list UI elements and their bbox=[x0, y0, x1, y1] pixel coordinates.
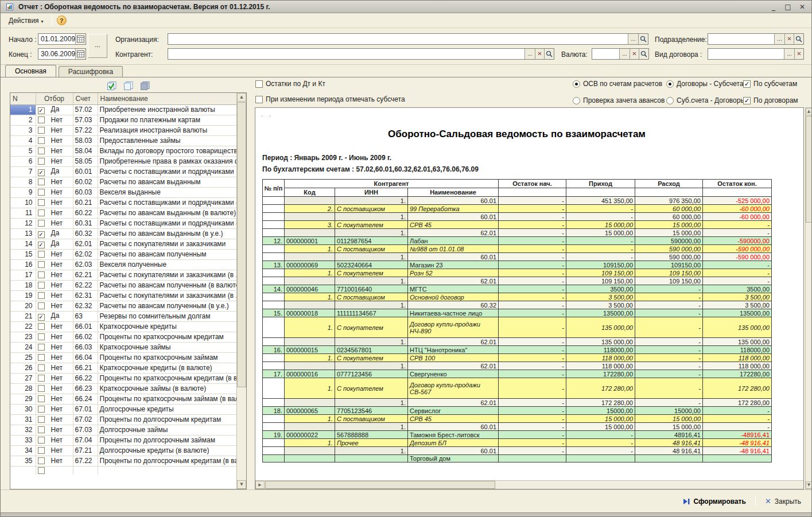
account-row-number[interactable]: 25 bbox=[10, 352, 36, 363]
report-value-cell[interactable]: 3 500,00 bbox=[566, 301, 635, 309]
account-row[interactable] bbox=[10, 466, 236, 475]
account-otbor-cell[interactable]: Нет bbox=[36, 404, 73, 414]
account-row[interactable]: 5Нет58.04Вклады по договору простого тов… bbox=[10, 146, 236, 156]
contract-type-clear-icon[interactable]: ✕ bbox=[794, 49, 803, 59]
report-name-cell[interactable]: Розн 52 bbox=[408, 269, 499, 277]
report-inn-cell[interactable]: 1. bbox=[335, 197, 408, 205]
account-row-checkbox[interactable]: ✓ bbox=[38, 314, 45, 321]
report-value-cell[interactable]: - bbox=[499, 378, 566, 399]
account-otbor-cell[interactable]: Нет bbox=[36, 135, 73, 146]
report-value-cell[interactable]: 172 280,00 bbox=[566, 399, 635, 407]
report-value-cell[interactable]: - bbox=[566, 213, 635, 221]
report-npp-cell[interactable] bbox=[263, 253, 285, 261]
report-kod-cell[interactable]: 2. bbox=[285, 205, 335, 213]
v-scrollbar-thumb[interactable] bbox=[806, 116, 812, 223]
report-value-cell[interactable]: -525 000,00 bbox=[703, 197, 772, 205]
report-inn-cell[interactable]: 1. bbox=[335, 213, 408, 221]
report-kod-cell[interactable]: 1. bbox=[285, 293, 335, 301]
account-row-number[interactable]: 28 bbox=[10, 383, 36, 394]
account-row-number[interactable]: 19 bbox=[10, 290, 36, 301]
account-row-number[interactable]: 34 bbox=[10, 445, 36, 456]
account-row-checkbox[interactable] bbox=[38, 302, 45, 309]
account-row[interactable]: 3Нет57.22Реализация иностранной валюты bbox=[10, 125, 236, 135]
col-naimenovanie[interactable]: Наименование bbox=[98, 93, 236, 104]
contractor-select-button[interactable]: ... bbox=[525, 49, 535, 59]
report-value-cell[interactable]: - bbox=[703, 415, 772, 423]
account-row-checkbox[interactable] bbox=[38, 467, 45, 474]
report-inn-cell[interactable]: 1. bbox=[335, 399, 408, 407]
account-row-number[interactable]: 3 bbox=[10, 125, 36, 135]
scroll-right-icon[interactable]: ▶ bbox=[255, 481, 265, 489]
report-value-cell[interactable]: - bbox=[499, 338, 566, 346]
report-kod-cell[interactable]: 000000046 bbox=[285, 285, 335, 293]
report-value-cell[interactable]: 172 280,00 bbox=[703, 378, 772, 399]
report-value-cell[interactable]: - bbox=[635, 338, 703, 346]
account-otbor-cell[interactable]: Нет bbox=[36, 259, 73, 270]
report-value-cell[interactable]: - bbox=[499, 197, 566, 205]
report-name-cell[interactable]: СРВ 100 bbox=[408, 354, 499, 362]
account-row-number[interactable]: 22 bbox=[10, 321, 36, 332]
report-value-cell[interactable]: - bbox=[635, 301, 703, 309]
report-value-cell[interactable]: - bbox=[499, 415, 566, 423]
report-npp-cell[interactable] bbox=[263, 301, 285, 309]
account-row-number[interactable]: 4 bbox=[10, 135, 36, 146]
report-name-cell[interactable]: Лабан bbox=[408, 237, 499, 245]
account-row[interactable]: 32Нет67.03Долгосрочные займы bbox=[10, 425, 236, 435]
report-value-cell[interactable]: - bbox=[566, 447, 635, 455]
report-value-cell[interactable]: - bbox=[499, 423, 566, 431]
report-value-cell[interactable]: 451 350,00 bbox=[566, 197, 635, 205]
report-npp-cell[interactable]: 14. bbox=[263, 285, 285, 293]
account-row-checkbox[interactable]: ✓ bbox=[38, 169, 45, 176]
report-value-cell[interactable]: 3 500,00 bbox=[703, 293, 772, 301]
account-row[interactable]: 29Нет66.24Проценты по краткосрочным займ… bbox=[10, 394, 236, 404]
report-npp-cell[interactable] bbox=[263, 423, 285, 431]
report-name-cell[interactable]: 60.32 bbox=[408, 301, 499, 309]
osv-radio[interactable] bbox=[573, 80, 580, 88]
report-name-cell[interactable]: №988 от 01.01.08 bbox=[408, 245, 499, 253]
report-name-cell[interactable]: 60.01 bbox=[408, 213, 499, 221]
report-value-cell[interactable]: -48 916,41 bbox=[703, 439, 772, 447]
report-inn-cell[interactable]: 0777123456 bbox=[335, 370, 408, 378]
report-kod-cell[interactable] bbox=[285, 362, 335, 370]
account-row-checkbox[interactable] bbox=[38, 344, 45, 351]
account-row-checkbox[interactable] bbox=[38, 220, 45, 227]
account-otbor-cell[interactable]: Нет bbox=[36, 425, 73, 435]
account-row-number[interactable]: 27 bbox=[10, 373, 36, 383]
report-value-cell[interactable]: - bbox=[703, 407, 772, 415]
currency-search-icon[interactable] bbox=[639, 49, 648, 59]
report-value-cell[interactable]: 590000,00 bbox=[635, 237, 703, 245]
account-row[interactable]: 19Нет62.31Расчеты с покупателями и заказ… bbox=[10, 290, 236, 301]
po-sub-checkbox[interactable]: ✓ bbox=[743, 80, 751, 88]
report-value-cell[interactable]: 172280,00 bbox=[703, 370, 772, 378]
account-otbor-cell[interactable]: Нет bbox=[36, 332, 73, 342]
option-proverka[interactable]: Проверка зачета авансов bbox=[573, 96, 665, 104]
account-row[interactable]: 14✓Да62.01Расчеты с покупателями и заказ… bbox=[10, 239, 236, 249]
report-kod-cell[interactable] bbox=[285, 253, 335, 261]
report-value-cell[interactable]: 109150,00 bbox=[566, 261, 635, 269]
report-value-cell[interactable]: 118 000,00 bbox=[566, 354, 635, 362]
report-kod-cell[interactable]: 000000016 bbox=[285, 370, 335, 378]
report-kod-cell[interactable]: 1. bbox=[285, 378, 335, 399]
report-npp-cell[interactable] bbox=[263, 378, 285, 399]
report-npp-cell[interactable]: 16. bbox=[263, 346, 285, 354]
col-n[interactable]: N bbox=[10, 93, 36, 104]
tab-osnovnaya[interactable]: Основная bbox=[5, 65, 56, 77]
report-name-cell[interactable]: 60.01 bbox=[408, 197, 499, 205]
report-npp-cell[interactable] bbox=[263, 455, 285, 462]
account-otbor-cell[interactable]: Нет bbox=[36, 290, 73, 301]
report-inn-cell[interactable]: С покупателем bbox=[335, 354, 408, 362]
account-otbor-cell[interactable]: Нет bbox=[36, 218, 73, 228]
po-dog-checkbox[interactable]: ✓ bbox=[743, 97, 751, 104]
account-row-checkbox[interactable] bbox=[38, 147, 45, 154]
scrollbar-thumb[interactable] bbox=[237, 102, 246, 387]
account-row-checkbox[interactable] bbox=[38, 447, 45, 454]
report-value-cell[interactable]: 590 000,00 bbox=[635, 245, 703, 253]
account-row-checkbox[interactable] bbox=[38, 406, 45, 413]
report-npp-cell[interactable]: 15. bbox=[263, 309, 285, 317]
account-otbor-cell[interactable]: Нет bbox=[36, 414, 73, 425]
report-kod-cell[interactable] bbox=[285, 455, 335, 462]
report-inn-cell[interactable]: С покупателем bbox=[335, 317, 408, 338]
report-value-cell[interactable]: - bbox=[635, 378, 703, 399]
report-name-cell[interactable]: Депозит БЛ bbox=[408, 439, 499, 447]
account-row-checkbox[interactable] bbox=[38, 457, 45, 464]
